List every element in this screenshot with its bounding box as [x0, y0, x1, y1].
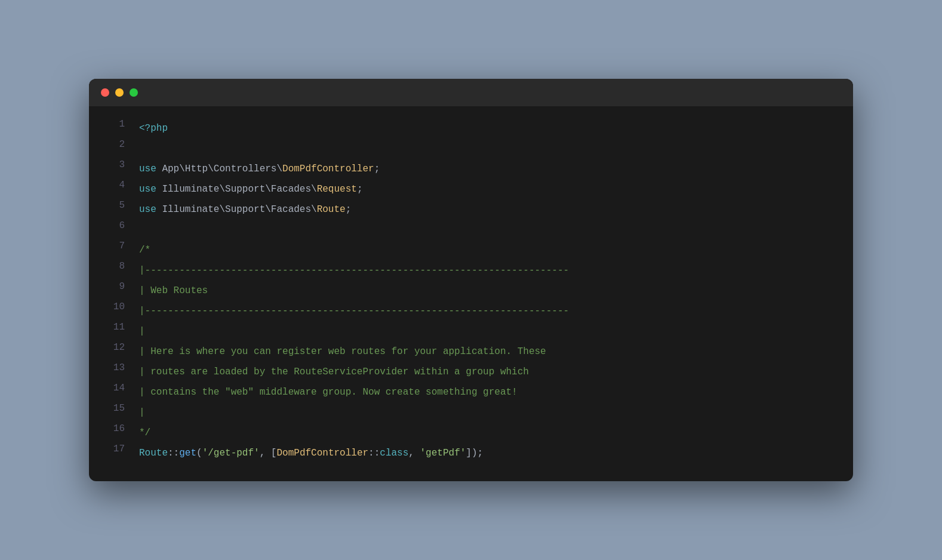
line-number: 13	[101, 362, 125, 373]
code-token: '/get-pdf'	[202, 448, 260, 459]
line-number: 11	[101, 321, 125, 333]
code-line: 13| routes are loaded by the RouteServic…	[89, 362, 853, 382]
code-token: |	[139, 407, 145, 418]
line-number: 10	[101, 301, 125, 312]
code-token: ;	[346, 204, 352, 215]
code-token: class	[380, 448, 408, 459]
line-content: use App\Http\Controllers\DomPdfControlle…	[139, 159, 380, 179]
code-line: 8|--------------------------------------…	[89, 260, 853, 281]
code-token: Route	[317, 204, 346, 215]
line-content: <?php	[139, 118, 168, 139]
line-content: use Illuminate\Support\Facades\Route;	[139, 199, 351, 220]
minimize-button[interactable]	[115, 88, 124, 97]
close-button[interactable]	[101, 88, 109, 97]
code-token: ]);	[466, 448, 483, 459]
code-token: |---------------------------------------…	[139, 265, 569, 276]
code-token: Illuminate\Support\Facades\	[162, 184, 316, 195]
line-number: 7	[101, 240, 125, 251]
maximize-button[interactable]	[130, 88, 138, 97]
code-token: use	[139, 204, 162, 215]
code-editor-window: 1<?php2 3use App\Http\Controllers\DomPdf…	[89, 79, 853, 481]
line-number: 9	[101, 281, 125, 292]
line-number: 15	[101, 402, 125, 414]
line-content	[139, 139, 145, 159]
line-number: 16	[101, 423, 125, 434]
code-token: App\Http\Controllers\	[162, 164, 282, 174]
code-token: , [	[260, 448, 277, 459]
code-token: ,	[408, 448, 420, 459]
code-token: | routes are loaded by the RouteServiceP…	[139, 367, 529, 377]
title-bar	[89, 79, 853, 106]
code-line: 12| Here is where you can register web r…	[89, 341, 853, 362]
code-token: |	[139, 326, 145, 337]
line-content: */	[139, 423, 150, 443]
line-number: 2	[101, 139, 125, 150]
code-token: Illuminate\Support\Facades\	[162, 204, 316, 215]
line-content	[139, 220, 145, 240]
line-number: 4	[101, 179, 125, 190]
code-token: 'getPdf'	[420, 448, 466, 459]
code-token: ;	[357, 184, 363, 195]
code-line: 9| Web Routes	[89, 281, 853, 301]
code-token: DomPdfController	[276, 448, 368, 459]
line-number: 3	[101, 159, 125, 170]
line-number: 6	[101, 220, 125, 231]
code-token: use	[139, 164, 162, 174]
code-line: 6	[89, 220, 853, 240]
code-line: 4use Illuminate\Support\Facades\Request;	[89, 179, 853, 199]
code-token: <?php	[139, 123, 168, 134]
line-number: 14	[101, 382, 125, 393]
line-content: /*	[139, 240, 150, 260]
line-content: | Here is where you can register web rou…	[139, 341, 546, 362]
line-content: | contains the "web" middleware group. N…	[139, 382, 518, 402]
line-number: 8	[101, 260, 125, 272]
code-line: 15|	[89, 402, 853, 423]
line-number: 1	[101, 118, 125, 130]
code-line: 2	[89, 139, 853, 159]
code-token: Route	[139, 448, 168, 459]
line-number: 5	[101, 199, 125, 211]
code-line: 14| contains the "web" middleware group.…	[89, 382, 853, 402]
code-token: |---------------------------------------…	[139, 306, 569, 316]
code-line: 7/*	[89, 240, 853, 260]
code-line: 11|	[89, 321, 853, 341]
code-line: 3use App\Http\Controllers\DomPdfControll…	[89, 159, 853, 179]
code-token: Request	[317, 184, 357, 195]
line-content: Route::get('/get-pdf', [DomPdfController…	[139, 443, 483, 463]
line-number: 17	[101, 443, 125, 454]
code-token: (	[196, 448, 202, 459]
code-token: */	[139, 427, 150, 438]
code-line: 16*/	[89, 423, 853, 443]
line-content: |	[139, 402, 145, 423]
code-token: get	[179, 448, 196, 459]
line-number: 12	[101, 341, 125, 353]
line-content: |---------------------------------------…	[139, 301, 569, 321]
code-token: | contains the "web" middleware group. N…	[139, 387, 518, 398]
code-token: ;	[374, 164, 380, 174]
code-line: 1<?php	[89, 118, 853, 139]
code-token: | Here is where you can register web rou…	[139, 346, 546, 357]
code-token: ::	[168, 448, 179, 459]
line-content: | Web Routes	[139, 281, 208, 301]
code-token: ::	[368, 448, 380, 459]
code-token: | Web Routes	[139, 285, 208, 296]
code-token: use	[139, 184, 162, 195]
code-line: 10|-------------------------------------…	[89, 301, 853, 321]
line-content: | routes are loaded by the RouteServiceP…	[139, 362, 529, 382]
line-content: |---------------------------------------…	[139, 260, 569, 281]
line-content: |	[139, 321, 145, 341]
code-line: 5use Illuminate\Support\Facades\Route;	[89, 199, 853, 220]
line-content: use Illuminate\Support\Facades\Request;	[139, 179, 362, 199]
code-token: /*	[139, 245, 150, 256]
code-token: DomPdfController	[282, 164, 374, 174]
code-area: 1<?php2 3use App\Http\Controllers\DomPdf…	[89, 106, 853, 481]
code-line: 17Route::get('/get-pdf', [DomPdfControll…	[89, 443, 853, 463]
